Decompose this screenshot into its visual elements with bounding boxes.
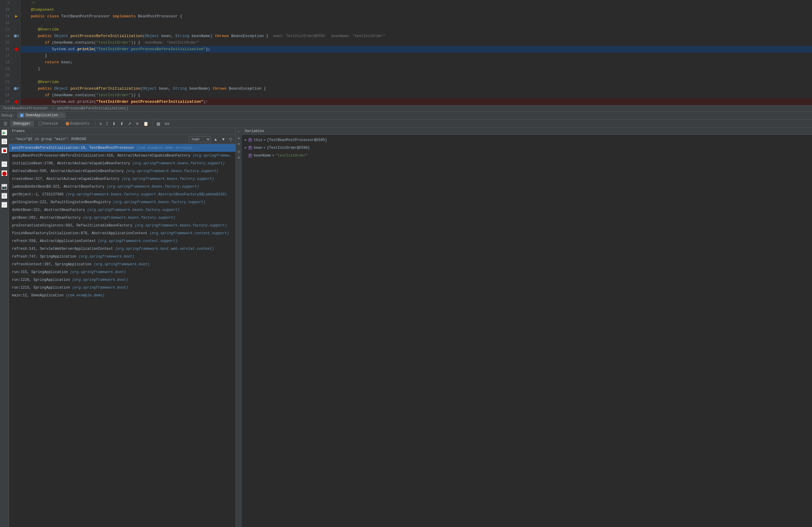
- frame-item-14[interactable]: refresh:747, SpringApplication (org.spri…: [9, 253, 235, 260]
- line-gutter-10: [12, 6, 21, 13]
- code-line-21: 21 @Override: [0, 79, 812, 85]
- frame-loc-16: (org.springframework.boot): [70, 270, 126, 274]
- frame-item-11[interactable]: finishBeanFactoryInitialization:878, Abs…: [9, 229, 235, 237]
- evaluate-btn[interactable]: ✕: [134, 121, 140, 127]
- var-arrow-bean: ▶: [245, 145, 247, 151]
- breakpoints-side-btn[interactable]: ⬤: [1, 170, 8, 176]
- arrow-side-btn[interactable]: ↗: [1, 202, 8, 208]
- breadcrumb-sep: ›: [52, 106, 54, 111]
- sb-down-btn[interactable]: ▼: [236, 142, 241, 146]
- debug-content: ▶ ⏸ ⏹ ↷ ⬤ 📷 ⚙ ↗ Frames ✓ "main"@1 in gro…: [0, 128, 812, 527]
- breadcrumb: TestBeanPostProcessor › postProcessBefor…: [0, 105, 812, 112]
- line-gutter-16: [12, 46, 21, 53]
- thread-dropdown[interactable]: main: [189, 136, 211, 142]
- settings-side-btn[interactable]: ⚙: [1, 193, 8, 199]
- add-var-btn[interactable]: +: [236, 129, 241, 134]
- sb-up-btn[interactable]: ▲: [236, 136, 241, 140]
- step-into-btn[interactable]: ⬇: [111, 121, 117, 127]
- debug-toolbar: ☰ Debugger Console Endpoints ≡ ⤴ ⬇ ⬆ ↗ ✕…: [0, 120, 812, 128]
- endpoints-tab[interactable]: Endpoints: [63, 121, 92, 127]
- line-number-24: 24: [0, 99, 12, 105]
- frame-method-15: refreshContext:397, SpringApplication: [12, 262, 94, 267]
- debug-session-bar: Debug: D DemoApplication ×: [0, 112, 812, 120]
- code-line-17: 17 }: [0, 53, 812, 59]
- resume-btn[interactable]: ▶: [1, 129, 8, 136]
- frame-item-16[interactable]: run:315, SpringApplication (org.springfr…: [9, 268, 235, 276]
- frame-loc-3: (org.springframework.beans.factory.suppo…: [126, 169, 218, 173]
- frame-item-7[interactable]: getSingleton:222, DefaultSingletonBeanRe…: [9, 198, 235, 206]
- debugger-tab[interactable]: Debugger: [11, 121, 34, 127]
- frame-item-8[interactable]: doGetBean:321, AbstractBeanFactory (org.…: [9, 206, 235, 214]
- frame-item-18[interactable]: run:1215, SpringApplication (org.springf…: [9, 284, 235, 291]
- camera-btn[interactable]: 📷: [1, 184, 8, 190]
- line-gutter-23: [12, 92, 21, 99]
- debug-app-tab[interactable]: D DemoApplication ×: [17, 112, 66, 119]
- line-gutter-22: ⬤@: [12, 85, 21, 92]
- debug-tab-name: DemoApplication: [26, 113, 58, 117]
- frame-item-12[interactable]: refresh:550, AbstractApplicationContext …: [9, 237, 235, 245]
- watch-btn[interactable]: 👁: [236, 155, 241, 160]
- frame-method-14: refresh:747, SpringApplication: [12, 255, 78, 259]
- var-item-beanname[interactable]: ▶ P beanName = "testInitOrder": [242, 152, 812, 159]
- code-content-14: public Object postProcessBeforeInitializ…: [21, 33, 812, 40]
- debug-marker-11: ▶: [15, 13, 18, 20]
- code-content-21: @Override: [21, 79, 812, 85]
- frame-item-10[interactable]: preInstantiateSingletons:882, DefaultLis…: [9, 222, 235, 229]
- var-value-this: {TestBeanPostProcessor@5595}: [267, 137, 327, 143]
- stop-btn[interactable]: ⏹: [1, 147, 8, 154]
- code-content-16: System.out.println("TestInitOrder postPr…: [21, 46, 812, 53]
- run-to-cursor-btn[interactable]: ↗: [127, 121, 132, 127]
- thread-up-btn[interactable]: ▲: [213, 137, 218, 142]
- show-frames-btn[interactable]: ≡: [98, 121, 103, 127]
- frame-item-13[interactable]: refresh:141, ServletWebServerApplication…: [9, 245, 235, 253]
- code-line-23: 23 if (beanName.contains("testInitOrder"…: [0, 92, 812, 99]
- breakpoint-16[interactable]: [15, 47, 18, 51]
- thread-down-btn[interactable]: ▼: [220, 137, 226, 142]
- console-tab[interactable]: Console: [35, 121, 61, 127]
- pause-btn[interactable]: ⏸: [1, 138, 8, 145]
- debug-tab-close[interactable]: ×: [61, 114, 63, 117]
- frame-item-0[interactable]: postProcessBeforeInitialization:16, Test…: [9, 144, 235, 152]
- var-name-this: this: [254, 137, 262, 143]
- frame-item-4[interactable]: createBean:517, AbstractAutowireCapableB…: [9, 175, 235, 183]
- frame-item-9[interactable]: getBean:202, AbstractBeanFactory (org.sp…: [9, 214, 235, 222]
- frames-list: postProcessBeforeInitialization:16, Test…: [9, 144, 235, 527]
- code-line-24: 24 System.out.println("TestInitOrder pos…: [0, 99, 812, 105]
- step-over-btn[interactable]: ⤴: [105, 121, 109, 127]
- var-icon-beanname: P: [248, 154, 252, 158]
- variables-list: ▶ P this = {TestBeanPostProcessor@5595} …: [242, 135, 812, 527]
- var-item-bean[interactable]: ▶ P bean = {TestInitOrder@5596}: [242, 144, 812, 152]
- step-over-side-btn[interactable]: ↷: [1, 161, 8, 168]
- threads-btn[interactable]: ≡≡: [163, 121, 171, 127]
- app-tab-icon: D: [20, 114, 24, 117]
- frame-item-17[interactable]: run:1226, SpringApplication (org.springf…: [9, 276, 235, 284]
- thread-filter-btn[interactable]: ▽: [228, 137, 233, 142]
- code-line-20: 20: [0, 72, 812, 79]
- var-item-this[interactable]: ▶ P this = {TestBeanPostProcessor@5595}: [242, 136, 812, 144]
- frame-item-5[interactable]: lambda$doGetBean$0:323, AbstractBeanFact…: [9, 183, 235, 190]
- thread-check-icon: ✓: [11, 137, 13, 142]
- frame-item-1[interactable]: applyBeanPostProcessorsBeforeInitializat…: [9, 152, 235, 159]
- breakpoint-24[interactable]: [15, 100, 18, 104]
- line-number-15: 15: [0, 40, 12, 46]
- variables-panel: Variables ▶ P this = {TestBeanPostProces…: [242, 128, 812, 527]
- code-content-18: return bean;: [21, 59, 812, 66]
- breadcrumb-class[interactable]: TestBeanPostProcessor: [3, 106, 48, 111]
- frame-item-15[interactable]: refreshContext:397, SpringApplication (o…: [9, 260, 235, 268]
- frame-item-6[interactable]: getObject:-1, 1731137986 (org.springfram…: [9, 190, 235, 198]
- toggle-sidebar-btn[interactable]: ☰: [2, 121, 9, 127]
- variables-header: Variables: [242, 128, 812, 135]
- breadcrumb-method[interactable]: postProcessBeforeInitialization(): [58, 106, 129, 111]
- copy-btn[interactable]: ⧉: [236, 149, 241, 154]
- evaluate-btn2[interactable]: 📋: [142, 121, 149, 127]
- debugger-tab-label: Debugger: [13, 122, 31, 126]
- frame-loc-10: (org.springframework.beans.factory.suppo…: [134, 224, 227, 228]
- frame-item-3[interactable]: doCreateBean:595, AbstractAutowireCapabl…: [9, 167, 235, 175]
- step-out-btn[interactable]: ⬆: [119, 121, 125, 127]
- frame-item-19[interactable]: main:12, DemoApplication (com.example.de…: [9, 291, 235, 299]
- thread-selector: ✓ "main"@1 in group "main": RUNNING main…: [9, 135, 235, 144]
- frame-item-2[interactable]: initializeBean:1788, AbstractAutowireCap…: [9, 159, 235, 167]
- frame-method-2: initializeBean:1788, AbstractAutowireCap…: [12, 161, 132, 166]
- line-gutter-20: [12, 72, 21, 79]
- frame-view-btn[interactable]: ▦: [155, 121, 161, 127]
